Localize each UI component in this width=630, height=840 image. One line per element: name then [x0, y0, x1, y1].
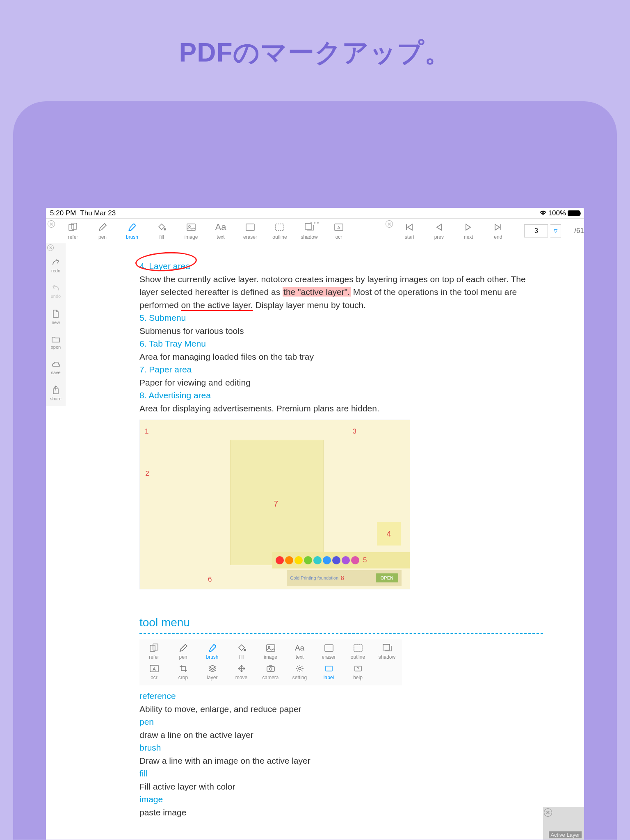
status-bar: 5:20 PM Thu Mar 23 100%: [46, 208, 584, 219]
share-label: share: [50, 396, 62, 401]
start-button[interactable]: start: [395, 219, 424, 243]
ocr-button[interactable]: Aocr: [324, 219, 354, 243]
menu-item-label: text: [296, 653, 304, 661]
def-body: Draw a line with an image on the active …: [139, 754, 543, 767]
page-title: PDFのマークアップ。: [0, 0, 630, 71]
undo-button[interactable]: undo: [50, 279, 62, 304]
save-button[interactable]: save: [50, 355, 62, 381]
menu-item-camera: camera: [256, 662, 285, 683]
refer-button[interactable]: refer: [58, 219, 88, 243]
redo-label: redo: [51, 268, 60, 273]
pen-label: pen: [98, 234, 107, 240]
svg-rect-6: [276, 224, 284, 231]
shot-label-1: 1: [145, 426, 148, 437]
shot-label-2: 2: [145, 468, 149, 479]
setting-icon: [296, 664, 304, 673]
status-date: Thu Mar 23: [80, 209, 116, 217]
start-label: start: [405, 234, 414, 240]
text-icon: Aa: [295, 644, 304, 653]
svg-text:A: A: [153, 667, 156, 671]
svg-rect-17: [354, 645, 362, 651]
new-icon: [52, 309, 59, 318]
menu-item-label: layer: [207, 674, 217, 681]
shot-label-8: 8: [341, 574, 344, 582]
tool-menu-grid: referpenbrushfillimageAatexteraseroutlin…: [139, 639, 402, 685]
def-body: Ability to move, enlarge, and reduce pap…: [139, 703, 543, 716]
ocr-icon: A: [334, 222, 344, 233]
eraser-label: eraser: [243, 234, 257, 240]
brush-button[interactable]: brush: [117, 219, 147, 243]
crop-icon: [179, 664, 187, 673]
share-button[interactable]: share: [50, 381, 62, 406]
end-button[interactable]: end: [483, 219, 513, 243]
section-7-body: Paper for viewing and editing: [139, 376, 543, 389]
outline-label: outline: [272, 234, 287, 240]
pen-icon: [179, 644, 188, 653]
open-button[interactable]: open: [50, 330, 62, 355]
move-icon: [237, 664, 246, 673]
fill-icon: [237, 644, 246, 653]
layer-icon: [208, 664, 217, 673]
image-button[interactable]: image: [176, 219, 206, 243]
page-total: /61: [574, 227, 584, 235]
def-term: fill: [139, 767, 543, 780]
prev-label: prev: [434, 234, 444, 240]
app-frame: 5:20 PM Thu Mar 23 100% ●●● ✕ referpenbr…: [13, 101, 617, 840]
menu-item-label: eraser: [322, 653, 336, 661]
eraser-button[interactable]: eraser: [235, 219, 265, 243]
menu-item-label: brush: [206, 653, 218, 661]
eraser-icon: [245, 222, 255, 233]
menu-item-ocr: Aocr: [139, 662, 169, 683]
def-term: brush: [139, 741, 543, 754]
menu-item-label: ocr: [151, 674, 158, 681]
redo-button[interactable]: redo: [50, 253, 62, 279]
menu-item-text: Aatext: [285, 642, 314, 662]
app-window: 5:20 PM Thu Mar 23 100% ●●● ✕ referpenbr…: [46, 208, 584, 840]
menu-item-move: move: [227, 662, 256, 683]
brush-icon: [128, 222, 137, 233]
menu-item-label: pen: [179, 653, 187, 661]
def-body: paste image: [139, 806, 543, 819]
menu-item-label: image: [264, 653, 277, 661]
drag-handle-icon[interactable]: ●●●: [310, 220, 320, 225]
pen-button[interactable]: pen: [88, 219, 117, 243]
fill-button[interactable]: fill: [147, 219, 176, 243]
page-dropdown-icon[interactable]: ▽: [550, 224, 561, 237]
menu-item-label: move: [235, 674, 247, 681]
highlight-active-layer: the "active layer".: [283, 287, 351, 297]
left-sidebar: ✕ redoundonewopensaveshare: [46, 243, 66, 406]
page-number-input[interactable]: [524, 224, 548, 237]
svg-rect-16: [325, 645, 333, 651]
next-button[interactable]: next: [454, 219, 483, 243]
menu-item-eraser: eraser: [314, 642, 343, 662]
new-button[interactable]: new: [50, 304, 62, 330]
help-icon: ?: [354, 664, 362, 673]
close-toolbar-right-icon[interactable]: ✕: [386, 220, 393, 228]
label-icon: [325, 664, 333, 673]
save-label: save: [51, 370, 60, 375]
outline-button[interactable]: outline: [265, 219, 294, 243]
brush-label: brush: [126, 234, 138, 240]
share-icon: [52, 386, 59, 395]
shadow-icon: [382, 644, 392, 653]
next-icon: [464, 222, 472, 233]
menu-item-outline: outline: [343, 642, 372, 662]
menu-item-pen: pen: [169, 642, 198, 662]
undo-label: undo: [51, 294, 61, 299]
prev-icon: [435, 222, 443, 233]
tool-menu-header: tool menu: [139, 614, 543, 631]
top-toolbar: ●●● ✕ referpenbrushfillimageAatexteraser…: [46, 219, 584, 243]
section-8-title: 8. Advertising area: [139, 389, 543, 402]
footer-close-icon[interactable]: ✕: [544, 808, 552, 817]
camera-icon: [266, 664, 275, 673]
def-term: reference: [139, 689, 543, 703]
def-body: Fill active layer with color: [139, 780, 543, 793]
prev-button[interactable]: prev: [424, 219, 454, 243]
text-button[interactable]: Aatext: [206, 219, 235, 243]
menu-item-label: setting: [292, 674, 307, 681]
shadow-label: shadow: [301, 234, 317, 240]
undo-icon: [51, 285, 60, 292]
close-toolbar-left-icon[interactable]: ✕: [48, 220, 55, 228]
menu-item-label: refer: [149, 653, 159, 661]
close-sidebar-icon[interactable]: ✕: [47, 244, 54, 251]
